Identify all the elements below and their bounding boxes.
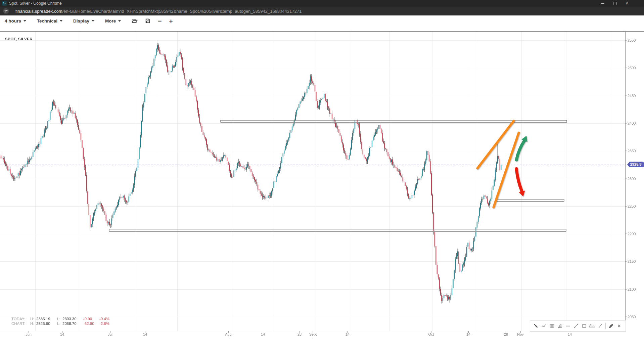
tool-diagonal-line-tool[interactable] [597, 323, 603, 329]
tool-pointer-arrow[interactable] [533, 323, 539, 329]
timeframe-dropdown[interactable]: 4 hours [5, 18, 26, 24]
stats-row-chart: CHART: H: 2526.90 L: 2068.70 -62.90 -2.6… [11, 322, 116, 326]
url-domain: financials.spreadex.com [15, 9, 62, 14]
close-button[interactable]: ✕ [625, 1, 629, 6]
x-tick-label: Jun [26, 332, 32, 336]
x-tick-label: 14 [568, 332, 572, 336]
y-tick-label: 2150 [628, 259, 636, 263]
y-tick-label: 2400 [628, 121, 636, 125]
chevron-down-icon [92, 20, 94, 22]
horizontal-line-tool-icon [565, 323, 571, 329]
x-tick-label: 14 [466, 332, 470, 336]
x-tick-label: 28 [297, 332, 302, 336]
pointer-arrow-icon [533, 323, 539, 329]
tool-trend-line-tool[interactable] [573, 323, 579, 329]
zoom-out-button[interactable]: − [158, 18, 162, 24]
tool-ruler-tool[interactable] [608, 323, 614, 329]
tool-fan-lines-tool[interactable] [557, 323, 563, 329]
tool-rectangle-tool[interactable] [581, 323, 587, 329]
drawing-tools-palette: Abc [530, 320, 626, 332]
y-tick-label: 2500 [628, 66, 636, 70]
tool-curve-tool[interactable] [541, 323, 547, 329]
stats-row-today: TODAY: H: 2335.19 L: 2303.30 -9.90 -0.4% [11, 317, 116, 321]
x-tick-label: 14 [346, 332, 350, 336]
address-bar: financials.spreadex.com/en-GB/Home/LiveC… [0, 7, 644, 15]
site-info-icon[interactable] [3, 8, 9, 14]
window-title: Spot, Silver - Google Chrome [9, 0, 62, 7]
chevron-down-icon [24, 20, 26, 22]
y-tick-label: 2250 [628, 204, 636, 208]
restore-button[interactable] [612, 1, 617, 6]
minimize-icon [601, 3, 604, 4]
minus-icon: − [158, 18, 162, 24]
tool-separator [605, 323, 606, 329]
x-tick-label: Jul [108, 332, 112, 336]
x-tick-label: 28 [504, 332, 508, 336]
grid-table-tool-icon [549, 323, 555, 329]
chevron-down-icon [60, 20, 62, 22]
y-tick-label: 2050 [628, 315, 636, 319]
close-icon: ✕ [625, 2, 628, 5]
display-dropdown[interactable]: Display [73, 18, 94, 24]
tool-horizontal-line-tool[interactable] [565, 323, 571, 329]
current-price-badge: 2325.3 [627, 162, 644, 167]
price-stats: TODAY: H: 2335.19 L: 2303.30 -9.90 -0.4%… [11, 317, 116, 326]
ruler-tool-icon [608, 323, 614, 329]
y-tick-label: 2550 [628, 38, 636, 42]
chart-toolbar: 4 hours Technical Display More − + [0, 15, 644, 26]
diagonal-line-tool-icon [598, 323, 603, 329]
zoom-in-button[interactable]: + [169, 18, 173, 24]
curve-tool-icon [541, 323, 547, 329]
instrument-title: SPOT, SILVER [5, 37, 33, 41]
tool-delete-tool[interactable] [616, 323, 622, 329]
url-field[interactable]: financials.spreadex.com/en-GB/Home/LiveC… [15, 7, 302, 15]
x-tick-label: Aug [225, 332, 232, 336]
y-tick-label: 2300 [628, 177, 636, 181]
x-tick-label: 14 [60, 332, 64, 336]
window-titlebar: S Spot, Silver - Google Chrome ✕ [0, 0, 644, 7]
spreadex-logo-icon: S [2, 1, 7, 6]
open-folder-icon [132, 18, 138, 24]
more-dropdown[interactable]: More [105, 18, 121, 24]
y-tick-label: 2350 [628, 149, 636, 153]
x-tick-label: Sept [309, 332, 317, 336]
tool-text-tool[interactable]: Abc [589, 323, 595, 329]
save-icon [145, 18, 150, 24]
text-tool-label: Abc [589, 324, 595, 328]
delete-tool-icon [617, 324, 622, 328]
restore-icon [613, 2, 616, 5]
minimize-button[interactable] [600, 1, 605, 6]
chevron-down-icon [118, 20, 121, 22]
plus-icon: + [169, 18, 173, 24]
tool-grid-table-tool[interactable] [549, 323, 555, 329]
x-tick-label: 14 [261, 332, 265, 336]
trend-line-tool-icon [573, 323, 579, 329]
y-tick-label: 2200 [628, 232, 636, 236]
y-tick-label: 2100 [628, 287, 636, 291]
x-tick-label: 14 [143, 332, 147, 336]
open-folder-button[interactable] [132, 18, 138, 24]
save-button[interactable] [145, 18, 150, 24]
x-tick-label: Nov [517, 332, 524, 336]
url-path: /en-GB/Home/LiveChartMain?id=XFinSprMchM… [62, 9, 302, 14]
fan-lines-tool-icon [557, 323, 563, 329]
y-tick-label: 2450 [628, 94, 636, 98]
candlestick-chart[interactable] [0, 0, 644, 339]
rectangle-tool-icon [582, 323, 587, 329]
x-tick-label: Oct [428, 332, 434, 336]
technical-dropdown[interactable]: Technical [37, 18, 62, 24]
